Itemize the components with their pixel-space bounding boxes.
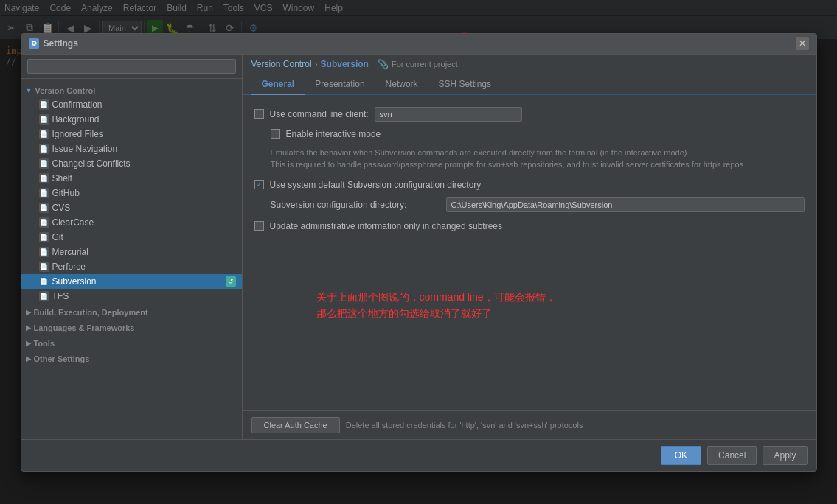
cmd-line-input[interactable]: [375, 107, 522, 122]
tree-item-perforce[interactable]: 📄 Perforce: [21, 259, 242, 274]
languages-section-header[interactable]: ▶ Languages & Frameworks: [21, 319, 242, 335]
breadcrumb-current: Subversion: [321, 59, 369, 69]
github-label: GitHub: [52, 188, 80, 198]
version-control-section-header[interactable]: ▼ Version Control: [21, 82, 242, 97]
search-input[interactable]: [27, 59, 236, 74]
settings-body: ▼ Version Control 📄 Confirmation 📄 Backg…: [21, 55, 816, 439]
build-section-header[interactable]: ▶ Build, Execution, Deployment: [21, 304, 242, 319]
clearcase-icon: 📄: [39, 217, 49, 228]
config-dir-row: Subversion configuration directory:: [271, 197, 805, 212]
admin-info-label: Update administrative information only i…: [270, 221, 503, 231]
cancel-button[interactable]: Cancel: [707, 446, 757, 465]
settings-right-panel: Version Control › Subversion 📎 For curre…: [243, 55, 816, 439]
vc-triangle-icon: ▼: [26, 87, 32, 94]
perforce-label: Perforce: [52, 262, 86, 272]
tree-item-subversion[interactable]: 📄 Subversion ↺: [21, 274, 242, 289]
tree-item-changelist[interactable]: 📄 Changelist Conflicts: [21, 156, 242, 171]
tab-presentation[interactable]: Presentation: [305, 74, 375, 95]
background-label: Background: [52, 114, 100, 125]
ok-button[interactable]: OK: [661, 446, 701, 465]
admin-info-row: Update administrative information only i…: [254, 221, 805, 231]
cmd-line-checkbox[interactable]: [254, 109, 264, 119]
ignored-label: Ignored Files: [52, 129, 103, 139]
confirmation-icon: 📄: [39, 99, 49, 110]
changelist-label: Changelist Conflicts: [52, 158, 131, 169]
settings-title-text: Settings: [44, 38, 78, 49]
tree-item-cvs[interactable]: 📄 CVS: [21, 200, 242, 215]
tab-general[interactable]: General: [251, 74, 305, 95]
issue-nav-label: Issue Navigation: [52, 144, 118, 154]
subversion-label: Subversion: [52, 276, 97, 287]
shelf-label: Shelf: [52, 173, 72, 183]
subversion-badge: ↺: [226, 276, 236, 287]
admin-info-checkbox[interactable]: [254, 221, 264, 231]
background-icon: 📄: [39, 114, 49, 125]
apply-button[interactable]: Apply: [763, 446, 807, 465]
annotation-line1: 关于上面那个图说的，command line，可能会报错，: [316, 289, 556, 305]
config-dir-input[interactable]: [446, 197, 805, 212]
modal-overlay: ⚙ Settings ✕ ▼ Version Control: [0, 0, 837, 504]
build-section-label: Build, Execution, Deployment: [34, 308, 148, 317]
tree-item-confirmation[interactable]: 📄 Confirmation: [21, 97, 242, 112]
tree-item-git[interactable]: 📄 Git: [21, 230, 242, 245]
tools-section-header[interactable]: ▶ Tools: [21, 335, 242, 350]
settings-dialog: ⚙ Settings ✕ ▼ Version Control: [21, 33, 817, 472]
settings-left-panel: ▼ Version Control 📄 Confirmation 📄 Backg…: [21, 55, 243, 439]
shelf-icon: 📄: [39, 173, 49, 183]
system-default-checkbox[interactable]: [254, 180, 264, 189]
tfs-icon: 📄: [39, 291, 49, 301]
cache-description: Delete all stored credentials for 'http'…: [346, 421, 808, 430]
lang-section-label: Languages & Frameworks: [34, 323, 135, 332]
desc-line-1: Emulates the behavior when Subversion co…: [271, 147, 805, 159]
clear-cache-button[interactable]: Clear Auth Cache: [251, 417, 340, 433]
cvs-icon: 📄: [39, 203, 49, 213]
interactive-checkbox[interactable]: [271, 129, 280, 139]
tools-section-label: Tools: [34, 339, 55, 348]
clearcase-label: ClearCase: [52, 217, 94, 228]
github-icon: 📄: [39, 188, 49, 198]
breadcrumb-sep: ›: [315, 59, 318, 69]
annotation-box: 关于上面那个图说的，command line，可能会报错， 那么把这个地方的勾选…: [316, 289, 556, 322]
breadcrumb-project-icon: 📎: [378, 59, 389, 69]
settings-bottom-bar: Clear Auth Cache Delete all stored crede…: [243, 410, 816, 439]
interactive-mode-row: Enable interactive mode: [271, 129, 805, 139]
tree-item-tfs[interactable]: 📄 TFS: [21, 289, 242, 304]
other-settings-section-header[interactable]: ▶ Other Settings: [21, 350, 242, 365]
tree-item-background[interactable]: 📄 Background: [21, 112, 242, 127]
ignored-icon: 📄: [39, 129, 49, 139]
changelist-icon: 📄: [39, 158, 49, 169]
cmd-line-label: Use command line client:: [270, 109, 369, 119]
build-triangle-icon: ▶: [26, 309, 31, 316]
desc-line-2: This is required to handle password/pass…: [271, 158, 805, 171]
system-default-label: Use system default Subversion configurat…: [270, 180, 482, 190]
settings-content: Use command line client: Enable interact…: [243, 95, 816, 410]
lang-triangle-icon: ▶: [26, 324, 31, 332]
cvs-label: CVS: [52, 203, 71, 213]
git-icon: 📄: [39, 232, 49, 242]
other-section-label: Other Settings: [34, 354, 90, 363]
perforce-icon: 📄: [39, 262, 49, 272]
confirmation-label: Confirmation: [52, 99, 103, 110]
dialog-footer: OK Cancel Apply: [21, 439, 816, 471]
tree-item-shelf[interactable]: 📄 Shelf: [21, 171, 242, 186]
tree-item-issue-navigation[interactable]: 📄 Issue Navigation: [21, 141, 242, 156]
tree-item-mercurial[interactable]: 📄 Mercurial: [21, 245, 242, 259]
tree-item-github[interactable]: 📄 GitHub: [21, 186, 242, 200]
tab-ssh-settings[interactable]: SSH Settings: [428, 74, 501, 95]
tabs-bar: General Presentation Network SSH Setting…: [243, 74, 816, 95]
tfs-label: TFS: [52, 291, 69, 301]
close-button[interactable]: ✕: [796, 37, 809, 50]
annotation-line2: 那么把这个地方的勾选给取消了就好了: [316, 305, 556, 321]
cmd-line-row: Use command line client:: [254, 107, 805, 122]
mercurial-label: Mercurial: [52, 247, 88, 257]
config-dir-label: Subversion configuration directory:: [271, 200, 440, 210]
search-box: [21, 55, 242, 79]
system-default-row: Use system default Subversion configurat…: [254, 180, 805, 190]
tree-item-clearcase[interactable]: 📄 ClearCase: [21, 215, 242, 230]
tools-triangle-icon: ▶: [26, 340, 31, 347]
settings-titlebar: ⚙ Settings ✕: [21, 34, 816, 55]
other-triangle-icon: ▶: [26, 355, 31, 363]
tree-area: ▼ Version Control 📄 Confirmation 📄 Backg…: [21, 79, 242, 439]
tree-item-ignored-files[interactable]: 📄 Ignored Files: [21, 127, 242, 141]
tab-network[interactable]: Network: [375, 74, 428, 95]
